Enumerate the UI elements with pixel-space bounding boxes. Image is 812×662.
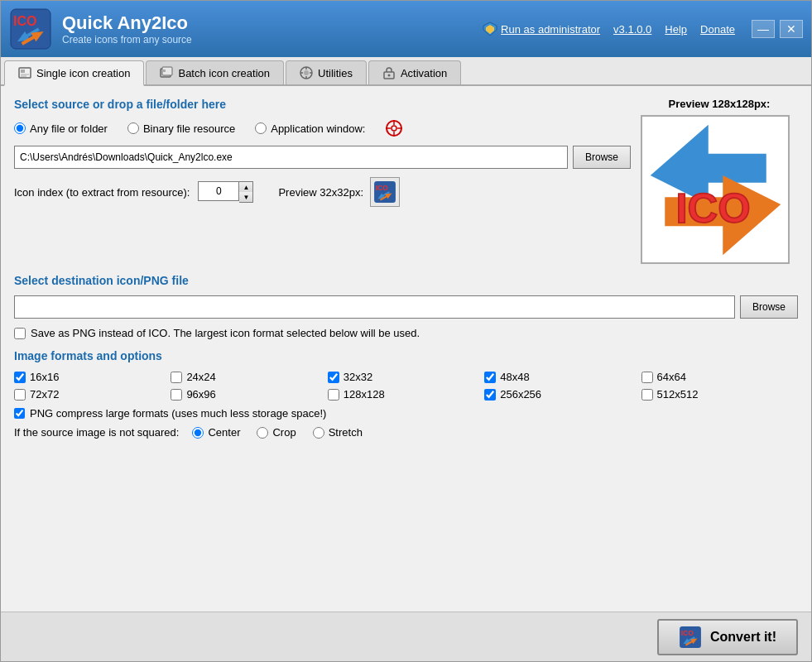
non-squared-row: If the source image is not squared: Cent… (14, 426, 798, 439)
format-256x256[interactable]: 256x256 (484, 388, 641, 401)
preview-32-section: Preview 32x32px: ICO (278, 177, 400, 207)
preview-32-box: ICO (370, 177, 400, 207)
png-compress-row: PNG compress large formats (uses much le… (14, 407, 798, 420)
convert-button[interactable]: ICO Convert it! (657, 619, 798, 655)
save-png-label: Save as PNG instead of ICO. The largest … (31, 327, 420, 339)
tab-single-icon[interactable]: Single icon creation (4, 60, 144, 86)
shield-icon (483, 22, 497, 36)
app-subtitle: Create icons from any source (62, 34, 483, 46)
png-compress-label: PNG compress large formats (uses much le… (30, 407, 326, 420)
preview-128-section: Preview 128x128px: ICO (641, 98, 798, 264)
titlebar-text: Quick Any2Ico Create icons from any sour… (62, 12, 483, 46)
svg-text:ICO: ICO (13, 14, 36, 28)
format-24x24[interactable]: 24x24 (171, 371, 327, 383)
tab-utilities[interactable]: Utilities (286, 60, 367, 84)
preview-128-label: Preview 128x128px: (641, 98, 798, 110)
crosshair-icon[interactable] (385, 119, 403, 137)
titlebar: ICO Quick Any2Ico Create icons from any … (1, 1, 811, 57)
single-icon-tab-icon (18, 66, 31, 79)
destination-section: Select destination icon/PNG file Browse … (14, 274, 798, 339)
app-title: Quick Any2Ico (62, 12, 483, 34)
activation-tab-icon (382, 66, 396, 79)
spinner-down[interactable]: ▼ (239, 192, 252, 202)
format-48x48[interactable]: 48x48 (484, 371, 641, 383)
run-as-admin-link[interactable]: Run as administrator (483, 22, 600, 36)
source-path-input[interactable] (14, 146, 568, 169)
main-content: Select source or drop a file/folder here… (1, 86, 811, 612)
formats-section: Image formats and options 16x16 24x24 32… (14, 349, 798, 439)
donate-link[interactable]: Donate (700, 23, 735, 36)
format-64x64[interactable]: 64x64 (641, 371, 798, 383)
bottom-bar: ICO Convert it! (1, 612, 811, 661)
format-72x72[interactable]: 72x72 (14, 388, 171, 401)
source-left: Select source or drop a file/folder here… (14, 98, 631, 264)
save-png-row: Save as PNG instead of ICO. The largest … (14, 327, 798, 339)
svg-rect-7 (21, 70, 25, 73)
titlebar-links: Run as administrator v3.1.0.0 Help Donat… (483, 22, 735, 36)
svg-point-20 (387, 74, 390, 77)
batch-icon-tab-icon (160, 66, 173, 79)
radio-binary[interactable]: Binary file resource (127, 122, 235, 135)
save-png-checkbox[interactable] (14, 328, 26, 339)
destination-path-input[interactable] (14, 295, 735, 319)
source-radio-group: Any file or folder Binary file resource … (14, 119, 631, 137)
window-controls: — ✕ (752, 20, 803, 38)
radio-stretch[interactable]: Stretch (313, 426, 363, 439)
preview-32-label: Preview 32x32px: (278, 186, 363, 199)
svg-point-14 (304, 70, 309, 75)
convert-icon: ICO (679, 626, 702, 649)
source-section: Select source or drop a file/folder here… (14, 98, 798, 264)
formats-grid: 16x16 24x24 32x32 48x48 64x64 (14, 371, 798, 401)
source-title: Select source or drop a file/folder here (14, 98, 631, 111)
non-squared-label: If the source image is not squared: (14, 426, 179, 439)
format-128x128[interactable]: 128x128 (328, 388, 484, 401)
radio-crop[interactable]: Crop (257, 426, 295, 439)
icon-index-spinner: ▲ ▼ (198, 181, 253, 203)
version-link[interactable]: v3.1.0.0 (613, 23, 651, 36)
tab-activation[interactable]: Activation (368, 60, 461, 84)
format-96x96[interactable]: 96x96 (171, 388, 327, 401)
svg-point-22 (392, 126, 396, 131)
format-512x512[interactable]: 512x512 (641, 388, 798, 401)
source-browse-button[interactable]: Browse (573, 146, 631, 169)
format-32x32[interactable]: 32x32 (328, 371, 484, 383)
main-window: ICO Quick Any2Ico Create icons from any … (0, 0, 812, 662)
icon-index-row: Icon index (to extract from resource): ▲… (14, 177, 631, 207)
svg-rect-12 (162, 70, 166, 72)
preview-128-box: ICO (641, 115, 790, 264)
svg-text:ICO: ICO (681, 628, 694, 636)
png-compress-checkbox[interactable] (14, 408, 25, 419)
close-button[interactable]: ✕ (780, 20, 803, 38)
spinner-up[interactable]: ▲ (239, 182, 252, 192)
tab-bar: Single icon creation Batch icon creation… (1, 57, 811, 86)
utilities-tab-icon (300, 66, 313, 79)
app-logo: ICO (9, 7, 52, 50)
destination-file-row: Browse (14, 295, 798, 319)
svg-text:ICO: ICO (675, 184, 750, 231)
radio-center[interactable]: Center (192, 426, 240, 439)
format-16x16[interactable]: 16x16 (14, 371, 171, 383)
source-file-row: Browse (14, 146, 631, 169)
svg-text:ICO: ICO (376, 184, 389, 192)
minimize-button[interactable]: — (752, 20, 775, 38)
destination-title: Select destination icon/PNG file (14, 274, 798, 287)
destination-browse-button[interactable]: Browse (740, 295, 798, 319)
tab-batch-icon[interactable]: Batch icon creation (146, 60, 284, 84)
spinner-arrows: ▲ ▼ (239, 181, 253, 203)
icon-index-label: Icon index (to extract from resource): (14, 186, 190, 199)
icon-index-input[interactable] (198, 181, 239, 201)
radio-any-file[interactable]: Any file or folder (14, 122, 108, 135)
radio-app-window[interactable]: Application window: (255, 122, 365, 135)
help-link[interactable]: Help (665, 23, 687, 36)
non-squared-options: Center Crop Stretch (192, 426, 362, 439)
formats-title: Image formats and options (14, 349, 798, 362)
